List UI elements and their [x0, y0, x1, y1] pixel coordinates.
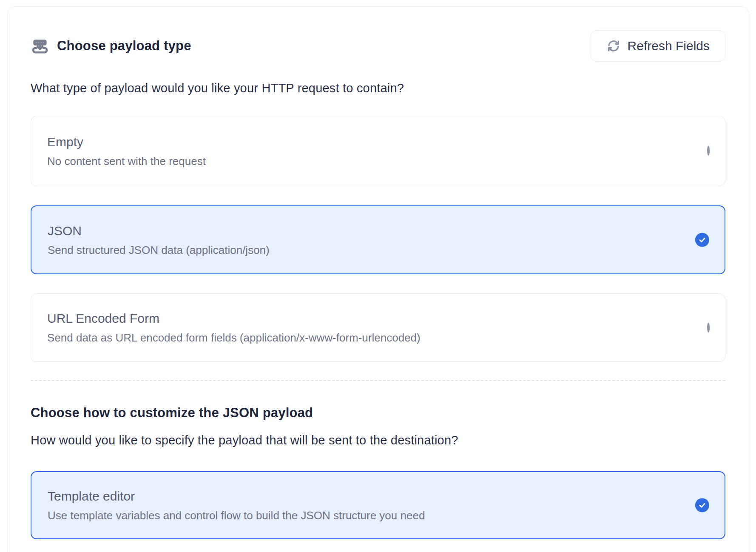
panel-header-left: Choose payload type: [31, 37, 191, 55]
customize-question: How would you like to specify the payloa…: [31, 433, 458, 447]
customize-option-template-editor[interactable]: Template editor Use template variables a…: [31, 471, 725, 539]
check-circle-icon[interactable]: [695, 233, 709, 247]
option-title: Template editor: [48, 489, 682, 504]
customize-section-heading: Choose how to customize the JSON payload: [31, 405, 313, 421]
refresh-fields-button[interactable]: Refresh Fields: [591, 30, 725, 62]
option-description: Use template variables and control flow …: [48, 509, 682, 522]
option-description: Send structured JSON data (application/j…: [48, 243, 682, 257]
payload-option-json[interactable]: JSON Send structured JSON data (applicat…: [31, 205, 725, 274]
refresh-icon: [606, 39, 621, 53]
payload-option-empty[interactable]: Empty No content sent with the request: [31, 116, 725, 186]
page: Choose payload type Refresh Fields What …: [0, 0, 756, 552]
refresh-button-label: Refresh Fields: [628, 39, 710, 53]
panel-header: Choose payload type Refresh Fields: [31, 30, 725, 62]
option-description: Send data as URL encoded form fields (ap…: [47, 331, 682, 344]
payload-tray-icon: [31, 37, 49, 55]
payload-option-url-encoded-form[interactable]: URL Encoded Form Send data as URL encode…: [31, 293, 725, 362]
page-title: Choose payload type: [57, 38, 191, 54]
option-title: Empty: [47, 134, 682, 150]
option-description: No content sent with the request: [47, 154, 682, 168]
section-divider: [31, 380, 725, 381]
radio-unselected-icon[interactable]: [707, 324, 710, 332]
option-title: JSON: [48, 223, 682, 239]
radio-unselected-icon[interactable]: [707, 147, 710, 155]
payload-type-question: What type of payload would you like your…: [31, 81, 404, 95]
check-circle-icon[interactable]: [695, 498, 709, 512]
option-title: URL Encoded Form: [47, 311, 682, 326]
